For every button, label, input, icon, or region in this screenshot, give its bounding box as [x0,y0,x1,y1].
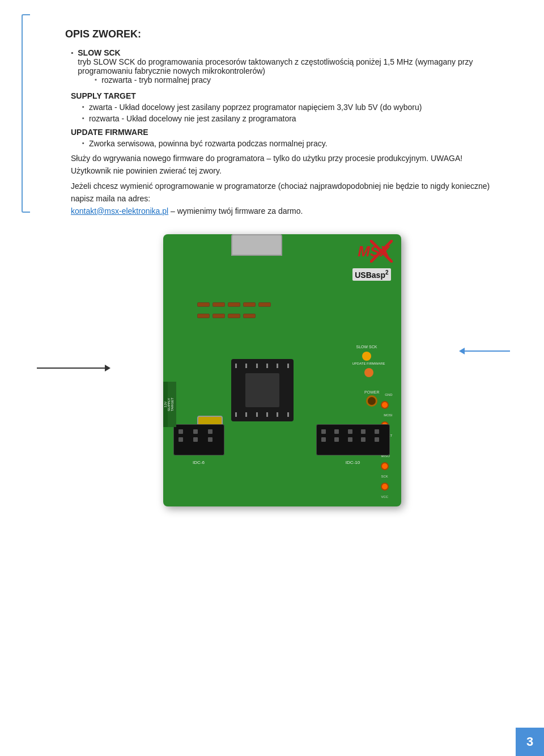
update-firmware-section: UPDATE FIRMWARE Zworka serwisowa, powinn… [65,128,499,217]
update-firmware-para1: Służy do wgrywania nowego firmware do pr… [71,153,499,177]
resistor-row-1 [197,302,271,307]
update-firmware-list: Zworka serwisowa, powinna być rozwarta p… [76,139,499,148]
slow-sck-jumper-dot [362,352,371,361]
supply-target-list: zwarta - Układ docelowy jest zasilany po… [76,103,499,123]
slow-sck-sub-item-1: rozwarta - tryb normalnej pracy [89,75,499,85]
update-firmware-jumper: UPDATE FIRMWARE [352,362,385,378]
supply-target-item-2: rozwarta - Układ docelowy nie jest zasil… [76,114,499,123]
update-firmware-pcb-label: UPDATE FIRMWARE [352,362,385,366]
msx-cross-icon [370,240,393,263]
idc10-connector: IDC-10 [316,424,390,455]
resistor-6 [197,314,210,318]
slow-sck-jumper: SLOW SCK [356,345,377,362]
idc6-connector: IDC-6 [173,424,224,455]
pcb-board: MSX USBasp2 [163,234,401,506]
power-label: POWER [364,390,379,394]
msx-logo: MSX [358,243,389,260]
resistor-row-2 [197,314,256,318]
mosi-label: MOSI [381,413,392,417]
usb-connector [231,234,282,256]
led-vcc [381,483,389,491]
resistor-1 [197,302,210,307]
voltage-strip-label: 3,3V [164,402,167,407]
pcb-illustration-area: MSX USBasp2 [65,234,499,506]
update-firmware-jumper-dot [364,368,373,377]
slow-sck-sub-list: rozwarta - tryb normalnej pracy [89,75,499,85]
contact-link[interactable]: kontakt@msx-elektronika.pl [71,206,168,216]
resistor-9 [243,314,256,318]
resistor-8 [228,314,240,318]
resistor-5 [258,302,271,307]
idc10-pins [317,425,389,446]
update-firmware-label: UPDATE FIRMWARE [71,128,148,137]
update-firmware-para2: Jeżeli chcesz wymienić oprogramowanie w … [71,180,499,217]
page-title: OPIS ZWOREK: [65,28,499,40]
resistor-4 [243,302,256,307]
resistor-3 [228,302,240,307]
link-suffix: – wymienimy twój firmware za darmo. [168,206,303,216]
main-chip [231,359,294,421]
supply-arrow [37,365,110,371]
vcc-label: VCC [381,495,392,499]
led-mosi [381,401,389,409]
main-content: OPIS ZWOREK: SLOW SCK tryb SLOW SCK do p… [65,17,499,506]
gnd-label: GND [381,393,392,396]
supply-target-item-1: zwarta - Układ docelowy jest zasilany po… [76,103,499,112]
slow-sck-pcb-label: SLOW SCK [356,345,377,349]
power-button [366,395,377,407]
sck-label: SCK [381,475,392,478]
slow-sck-label: SLOW SCK [78,48,120,57]
update-firmware-item-1: Zworka serwisowa, powinna być rozwarta p… [76,139,499,148]
led-sck [381,462,389,470]
power-reset-area: POWER [364,390,379,408]
page-number: 3 [516,728,544,756]
slow-sck-list: SLOW SCK tryb SLOW SCK do programowania … [65,48,499,87]
supply-target-label: SUPPLY TARGET [71,91,136,100]
slow-sck-description: tryb SLOW SCK do programowania procesoró… [78,57,473,75]
blue-bracket [22,14,30,213]
update-firmware-arrow [459,348,510,354]
idc6-pins [174,425,224,446]
usbasp-label: USBasp2 [352,268,390,281]
voltage-strip: 3,3V [163,382,168,427]
idc10-label: IDC-10 [346,460,360,465]
slow-sck-item: SLOW SCK tryb SLOW SCK do programowania … [65,48,499,87]
supply-target-section: SUPPLY TARGET zwarta - Układ docelowy je… [65,91,499,123]
resistor-2 [212,302,225,307]
idc6-label: IDC-6 [193,460,205,465]
resistor-7 [212,314,225,318]
supply-strip-label: SUPPLYTARGET [167,398,174,411]
